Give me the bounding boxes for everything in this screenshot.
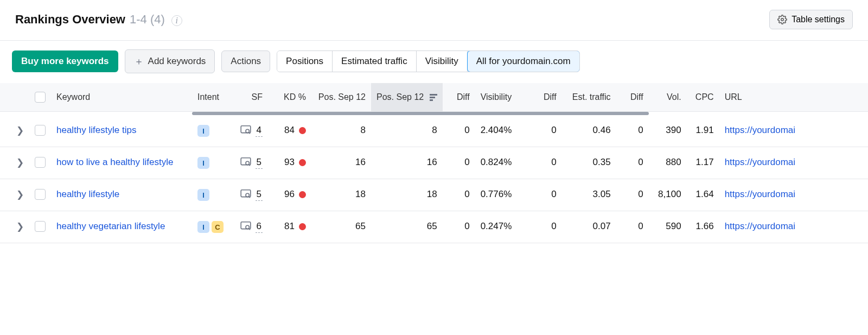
add-keywords-button[interactable]: ＋ Add keywords	[125, 49, 215, 73]
keyword-link[interactable]: healthy lifestyle	[56, 189, 119, 199]
table-settings-label: Table settings	[792, 15, 845, 24]
kd-value: 81	[284, 221, 295, 232]
diff3-value: 0	[616, 211, 649, 243]
expand-row-icon[interactable]: ❯	[16, 125, 24, 136]
url-link[interactable]: https://yourdomai	[725, 189, 795, 199]
serp-features-icon	[240, 157, 251, 169]
serp-features-icon	[240, 189, 251, 201]
tab-positions[interactable]: Positions	[277, 51, 333, 72]
intent-badge-i[interactable]: I	[197, 125, 209, 137]
pos1-value: 16	[311, 147, 371, 179]
est-value: 3.05	[562, 179, 616, 211]
plus-icon: ＋	[134, 55, 144, 68]
svg-point-0	[781, 18, 784, 21]
actions-button[interactable]: Actions	[221, 50, 270, 72]
keyword-link[interactable]: how to live a healthy lifestyle	[56, 157, 173, 167]
diff2-value: 0	[529, 179, 562, 211]
row-checkbox[interactable]	[35, 125, 46, 136]
pos2-value: 65	[371, 211, 443, 243]
pos2-value: 18	[371, 179, 443, 211]
intent-badge-c[interactable]: C	[212, 221, 224, 233]
kd-value: 93	[284, 157, 295, 168]
sf-cell[interactable]: 5	[240, 189, 263, 201]
keyword-link[interactable]: healthy vegetarian lifestyle	[56, 221, 165, 231]
cpc-value: 1.17	[687, 147, 719, 179]
pos1-value: 65	[311, 211, 371, 243]
info-icon[interactable]: i	[171, 15, 182, 26]
est-value: 0.07	[562, 211, 616, 243]
col-url[interactable]: URL	[719, 83, 868, 112]
kd-value: 96	[284, 189, 295, 200]
vol-value: 8,100	[649, 179, 687, 211]
serp-features-icon	[240, 125, 251, 137]
row-checkbox[interactable]	[35, 221, 46, 232]
intent-cell: I	[197, 125, 225, 137]
intent-badge-i[interactable]: I	[197, 189, 209, 201]
col-pos2-label: Pos. Sep 12	[376, 92, 424, 102]
sf-cell[interactable]: 6	[240, 221, 263, 233]
tab-all-for-yourdomain-com[interactable]: All for yourdomain.com	[467, 50, 580, 72]
svg-point-2	[246, 129, 249, 132]
keyword-link[interactable]: healthy lifestyle tips	[56, 125, 136, 135]
gear-icon	[777, 15, 787, 24]
select-all-checkbox[interactable]	[35, 92, 46, 103]
diff1-value: 0	[443, 147, 475, 179]
page-title-range: 1-4 (4)	[130, 12, 165, 27]
col-diff3[interactable]: Diff	[616, 83, 649, 112]
diff3-value: 0	[616, 115, 649, 147]
expand-row-icon[interactable]: ❯	[16, 189, 24, 200]
col-cpc[interactable]: CPC	[687, 83, 719, 112]
col-vol[interactable]: Vol.	[649, 83, 687, 112]
vol-value: 390	[649, 115, 687, 147]
intent-badge-i[interactable]: I	[197, 157, 209, 169]
col-visibility[interactable]: Visibility	[475, 83, 529, 112]
sf-cell[interactable]: 4	[240, 125, 263, 137]
pos1-value: 18	[311, 179, 371, 211]
col-keyword[interactable]: Keyword	[51, 83, 192, 112]
vol-value: 590	[649, 211, 687, 243]
intent-cell: IC	[197, 221, 225, 233]
tab-estimated-traffic[interactable]: Estimated traffic	[333, 51, 417, 72]
sf-count: 4	[256, 125, 263, 137]
col-pos2[interactable]: Pos. Sep 12	[371, 83, 443, 112]
table-row: ❯ healthy vegetarian lifestyle IC 6 81 6…	[0, 211, 868, 243]
url-link[interactable]: https://yourdomai	[725, 125, 795, 135]
col-pos1[interactable]: Pos. Sep 12	[311, 83, 371, 112]
col-diff2[interactable]: Diff	[529, 83, 562, 112]
pos1-value: 8	[311, 115, 371, 147]
col-sf[interactable]: SF	[230, 83, 268, 112]
expand-row-icon[interactable]: ❯	[16, 222, 24, 232]
visibility-value: 0.247%	[475, 211, 529, 243]
col-est[interactable]: Est. traffic	[562, 83, 616, 112]
est-value: 0.46	[562, 115, 616, 147]
visibility-value: 2.404%	[475, 115, 529, 147]
intent-cell: I	[197, 157, 225, 169]
col-diff1[interactable]: Diff	[443, 83, 475, 112]
cpc-value: 1.64	[687, 179, 719, 211]
view-tabs: PositionsEstimated trafficVisibilityAll …	[277, 50, 580, 72]
diff3-value: 0	[616, 147, 649, 179]
row-checkbox[interactable]	[35, 157, 46, 168]
expand-row-icon[interactable]: ❯	[16, 157, 24, 168]
row-checkbox[interactable]	[35, 189, 46, 200]
page-title: Rankings Overview	[15, 12, 125, 27]
tab-visibility[interactable]: Visibility	[417, 51, 468, 72]
diff2-value: 0	[529, 115, 562, 147]
url-link[interactable]: https://yourdomai	[725, 157, 795, 167]
diff2-value: 0	[529, 211, 562, 243]
intent-badge-i[interactable]: I	[197, 221, 209, 233]
svg-point-11	[246, 225, 249, 229]
sort-icon	[430, 93, 437, 102]
table-row: ❯ how to live a healthy lifestyle I 5 93…	[0, 147, 868, 179]
visibility-value: 0.776%	[475, 179, 529, 211]
visibility-value: 0.824%	[475, 147, 529, 179]
col-kd[interactable]: KD %	[268, 83, 311, 112]
col-intent[interactable]: Intent	[192, 83, 230, 112]
sf-cell[interactable]: 5	[240, 157, 263, 169]
kd-difficulty-dot	[299, 191, 306, 198]
table-settings-button[interactable]: Table settings	[769, 10, 853, 29]
url-link[interactable]: https://yourdomai	[725, 221, 795, 231]
vol-value: 880	[649, 147, 687, 179]
cpc-value: 1.91	[687, 115, 719, 147]
buy-keywords-button[interactable]: Buy more keywords	[12, 50, 118, 72]
